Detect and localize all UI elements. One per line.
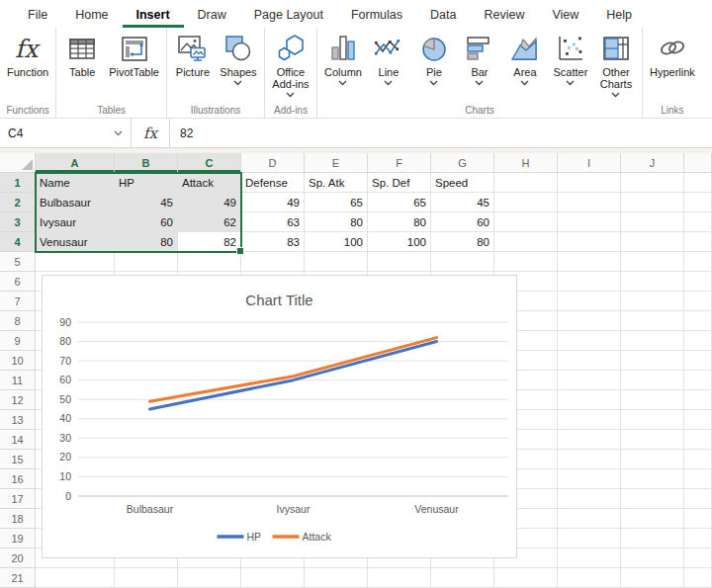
- line-chart-canvas[interactable]: Chart Title0102030405060708090BulbasaurI…: [43, 276, 516, 557]
- row-header-5[interactable]: 5: [0, 252, 36, 272]
- cell-C3[interactable]: 62: [178, 212, 241, 232]
- cell-J8[interactable]: [621, 311, 684, 331]
- tab-review[interactable]: Review: [470, 2, 538, 28]
- column-header-B[interactable]: B: [115, 153, 178, 173]
- cell-H21[interactable]: [494, 568, 558, 588]
- row-header-19[interactable]: 19: [0, 529, 36, 548]
- row-header-14[interactable]: 14: [0, 430, 36, 450]
- cell-I8[interactable]: [558, 311, 621, 331]
- cell-H1[interactable]: [494, 173, 558, 193]
- area-button[interactable]: Area: [502, 30, 548, 87]
- cell-I9[interactable]: [558, 331, 621, 351]
- column-header-A[interactable]: A: [36, 153, 115, 173]
- cell-A5[interactable]: [36, 252, 115, 272]
- cell-K17[interactable]: [684, 489, 712, 509]
- row-header-12[interactable]: 12: [0, 390, 36, 410]
- chevron-down-icon[interactable]: [114, 130, 123, 136]
- row-header-15[interactable]: 15: [0, 450, 36, 469]
- chevron-down-icon[interactable]: [338, 80, 347, 86]
- chevron-down-icon[interactable]: [429, 80, 438, 86]
- row-header-10[interactable]: 10: [0, 351, 36, 371]
- cell-C1[interactable]: Attack: [178, 173, 241, 193]
- cell-I6[interactable]: [558, 272, 621, 292]
- cell-B3[interactable]: 60: [115, 212, 178, 232]
- column-header-E[interactable]: E: [305, 153, 368, 173]
- cell-E21[interactable]: [305, 568, 368, 588]
- row-header-7[interactable]: 7: [0, 292, 36, 311]
- cell-F1[interactable]: Sp. Def: [368, 173, 431, 193]
- cell-I21[interactable]: [558, 568, 621, 588]
- tab-data[interactable]: Data: [416, 2, 470, 28]
- tab-home[interactable]: Home: [61, 2, 122, 28]
- cell-C4[interactable]: 82: [178, 232, 241, 252]
- cell-I19[interactable]: [558, 529, 621, 548]
- row-header-18[interactable]: 18: [0, 509, 36, 529]
- chevron-down-icon[interactable]: [384, 80, 393, 86]
- cell-I18[interactable]: [558, 509, 621, 529]
- cell-D1[interactable]: Defense: [241, 173, 305, 193]
- cell-K13[interactable]: [684, 410, 712, 430]
- cell-K19[interactable]: [684, 529, 712, 548]
- cell-I1[interactable]: [558, 173, 621, 193]
- cell-E2[interactable]: 65: [305, 193, 368, 212]
- cell-I17[interactable]: [558, 489, 621, 509]
- line-button[interactable]: Line: [366, 30, 411, 87]
- cell-I20[interactable]: [558, 548, 621, 568]
- cell-D5[interactable]: [241, 252, 305, 272]
- cell-H3[interactable]: [494, 212, 558, 232]
- row-header-20[interactable]: 20: [0, 548, 36, 568]
- cell-B2[interactable]: 45: [115, 193, 178, 212]
- row-header-21[interactable]: 21: [0, 568, 36, 588]
- cell-J16[interactable]: [621, 469, 684, 489]
- cell-K7[interactable]: [684, 292, 712, 311]
- row-header-1[interactable]: 1: [0, 173, 36, 193]
- cell-G3[interactable]: 60: [431, 212, 494, 232]
- cell-I7[interactable]: [558, 292, 621, 311]
- tab-help[interactable]: Help: [592, 2, 646, 28]
- bar-button[interactable]: Bar: [457, 30, 502, 87]
- insert-function-button[interactable]: fx: [132, 119, 170, 147]
- column-button[interactable]: Column: [320, 30, 366, 87]
- tab-insert[interactable]: Insert: [123, 2, 184, 28]
- cell-F3[interactable]: 80: [368, 212, 431, 232]
- cell-B4[interactable]: 80: [115, 232, 178, 252]
- cell-K1[interactable]: [684, 173, 712, 193]
- table-button[interactable]: Table: [59, 30, 105, 79]
- column-header-H[interactable]: H: [494, 153, 558, 173]
- cell-K11[interactable]: [684, 371, 712, 390]
- cell-B5[interactable]: [115, 252, 178, 272]
- cell-K4[interactable]: [684, 232, 712, 252]
- cell-G2[interactable]: 45: [431, 193, 494, 212]
- embedded-chart[interactable]: Chart Title0102030405060708090BulbasaurI…: [42, 275, 517, 558]
- pie-button[interactable]: Pie: [411, 30, 457, 87]
- cell-E4[interactable]: 100: [305, 232, 368, 252]
- cell-B21[interactable]: [115, 568, 178, 588]
- chevron-down-icon[interactable]: [520, 80, 529, 86]
- cell-J18[interactable]: [621, 509, 684, 529]
- cell-I12[interactable]: [558, 390, 621, 410]
- row-header-8[interactable]: 8: [0, 311, 36, 331]
- cell-F2[interactable]: 65: [368, 193, 431, 212]
- cell-G5[interactable]: [431, 252, 494, 272]
- column-header-C[interactable]: C: [178, 153, 241, 173]
- cell-J3[interactable]: [621, 212, 684, 232]
- cell-K6[interactable]: [684, 272, 712, 292]
- cell-J1[interactable]: [621, 173, 684, 193]
- cell-J20[interactable]: [621, 548, 684, 568]
- tab-draw[interactable]: Draw: [184, 2, 240, 28]
- scatter-button[interactable]: Scatter: [548, 30, 593, 87]
- pivottable-button[interactable]: PivotTable: [105, 30, 163, 79]
- cell-J6[interactable]: [621, 272, 684, 292]
- cell-I2[interactable]: [558, 193, 621, 212]
- office-add-ins-button[interactable]: Office Add-ins: [268, 30, 313, 99]
- cell-K15[interactable]: [684, 450, 712, 469]
- cell-D2[interactable]: 49: [241, 193, 305, 212]
- chevron-down-icon[interactable]: [233, 80, 242, 86]
- row-header-6[interactable]: 6: [0, 272, 36, 292]
- cell-A1[interactable]: Name: [36, 173, 115, 193]
- cell-J9[interactable]: [621, 331, 684, 351]
- column-header-partial[interactable]: [684, 153, 712, 173]
- column-header-G[interactable]: G: [431, 153, 494, 173]
- cell-J13[interactable]: [621, 410, 684, 430]
- chevron-down-icon[interactable]: [611, 92, 620, 98]
